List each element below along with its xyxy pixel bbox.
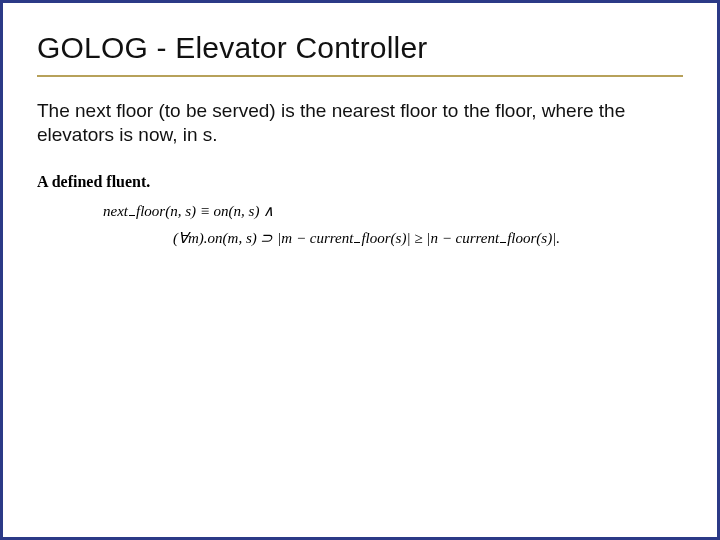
underscore-icon [500, 235, 506, 243]
formula-line1-part-a: next [103, 203, 128, 219]
formula-line1-part-b: floor(n, s) ≡ on(n, s) ∧ [136, 203, 274, 219]
formula-line2-part-c: floor(s)|. [507, 230, 560, 246]
slide-frame: GOLOG - Elevator Controller The next flo… [0, 0, 720, 540]
formula-line2-part-b: floor(s)| ≥ |n − current [361, 230, 499, 246]
slide-title: GOLOG - Elevator Controller [37, 31, 683, 77]
fluent-definition: A defined fluent. nextfloor(n, s) ≡ on(n… [37, 173, 683, 252]
fluent-heading: A defined fluent. [37, 173, 683, 191]
slide-body: The next floor (to be served) is the nea… [37, 99, 637, 147]
underscore-icon [354, 235, 360, 243]
fluent-formula: nextfloor(n, s) ≡ on(n, s) ∧ (∀m).on(m, … [37, 199, 683, 252]
formula-line-2: (∀m).on(m, s) ⊃ |m − currentfloor(s)| ≥ … [37, 226, 683, 252]
formula-line2-part-a: (∀m).on(m, s) ⊃ |m − current [173, 230, 353, 246]
formula-line-1: nextfloor(n, s) ≡ on(n, s) ∧ [37, 199, 683, 225]
underscore-icon [129, 207, 135, 215]
